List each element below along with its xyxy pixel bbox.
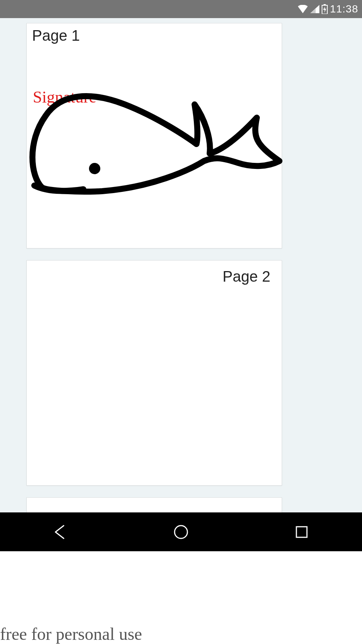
page-label: Page 2	[222, 268, 270, 285]
page-3[interactable]	[26, 497, 282, 512]
wifi-icon	[298, 5, 308, 13]
home-button[interactable]	[155, 521, 207, 543]
signal-icon	[310, 5, 319, 13]
recents-button[interactable]	[275, 521, 328, 543]
whale-drawing	[27, 78, 282, 200]
page-1[interactable]: Page 1 Signature	[26, 23, 282, 248]
document-viewport[interactable]: Page 1 Signature Page 2	[0, 18, 362, 512]
footer-text: free for personal use	[0, 624, 142, 644]
page-label: Page 1	[32, 27, 80, 44]
svg-point-3	[89, 163, 100, 174]
page-2[interactable]: Page 2	[26, 260, 282, 486]
navigation-bar	[0, 512, 362, 551]
svg-marker-2	[323, 6, 326, 13]
svg-point-4	[175, 526, 187, 538]
svg-rect-5	[296, 527, 307, 537]
clock: 11:38	[330, 3, 358, 15]
status-bar: 11:38	[0, 0, 362, 18]
footer-area: free for personal use	[0, 551, 362, 644]
battery-charging-icon	[322, 4, 328, 14]
back-button[interactable]	[34, 521, 87, 543]
